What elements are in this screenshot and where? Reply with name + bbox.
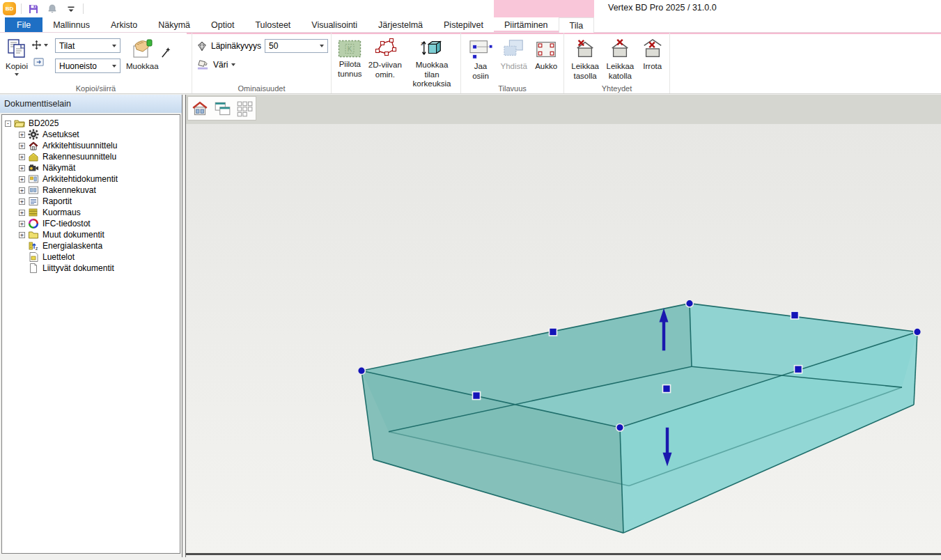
corner-vertex-handle[interactable] xyxy=(914,328,921,336)
tab-piirt-minen[interactable]: Piirtäminen xyxy=(494,17,559,32)
tree-item-energialaskenta[interactable]: Energialaskenta xyxy=(2,240,180,251)
tab-visualisointi[interactable]: Visualisointi xyxy=(301,17,368,32)
edge-midpoint-handle[interactable] xyxy=(550,328,557,336)
expand-icon[interactable]: + xyxy=(19,154,25,160)
tree-item-liittyv-t-dokumentit[interactable]: Liittyvät dokumentit xyxy=(2,263,180,274)
tab-n-kym[interactable]: Näkymä xyxy=(148,17,201,32)
aukko-button[interactable]: Aukko xyxy=(531,36,561,73)
edge-midpoint-handle[interactable] xyxy=(791,311,799,319)
jaa-label: Jaa osiin xyxy=(467,62,495,81)
expand-icon[interactable]: + xyxy=(19,165,25,171)
edge-midpoint-handle[interactable] xyxy=(663,385,671,393)
tree-item-rakennesuunnittelu[interactable]: +Rakennesuunnittelu xyxy=(2,151,180,162)
ribbon-group-yhteydet: Leikkaa tasolla Leikkaa katolla Irrota Y… xyxy=(564,33,670,93)
document-tree[interactable]: -BD2025+Asetukset+Arkkitehtisuunnittelu+… xyxy=(1,114,180,554)
contextual-tab-group-marker xyxy=(559,0,595,17)
tila-volume-scene[interactable] xyxy=(186,95,941,553)
ribbon: Kopioi Tilat Huoneisto xyxy=(0,33,941,94)
yhdista-button[interactable]: Yhdistä xyxy=(498,36,529,73)
edge-midpoint-handle[interactable] xyxy=(473,392,481,400)
piilota-label: Piilota tunnus xyxy=(337,60,363,79)
huoneisto-select[interactable]: Huoneisto xyxy=(55,59,120,73)
folder-icon xyxy=(28,229,39,240)
tree-item-arkkitehtisuunnittelu[interactable]: +Arkkitehtisuunnittelu xyxy=(2,140,180,151)
tab-mallinnus[interactable]: Mallinnus xyxy=(42,17,100,32)
tree-item-label: BD2025 xyxy=(29,118,59,128)
gear-icon xyxy=(28,129,39,140)
tab-optiot[interactable]: Optiot xyxy=(201,17,244,32)
color-icon xyxy=(196,59,210,70)
muokkaa-button[interactable]: Muokkaa xyxy=(125,36,160,73)
siirra-button[interactable] xyxy=(31,39,48,51)
corner-vertex-handle[interactable] xyxy=(686,300,694,307)
tree-item-n-kym-t[interactable]: +Näkymät xyxy=(2,162,180,173)
lapinakyvyys-combo[interactable]: 50 xyxy=(265,39,328,53)
tilat-select-value: Tilat xyxy=(59,41,75,51)
collapse-icon[interactable]: - xyxy=(5,120,11,127)
app-logo[interactable]: BD xyxy=(3,2,16,15)
heights-icon xyxy=(419,38,444,59)
split-icon xyxy=(467,38,495,60)
house-cut-roof-icon xyxy=(607,38,632,60)
2d-viivan-omin-button[interactable]: 2D-viivan omin. xyxy=(367,36,403,81)
lapinakyvyys-value: 50 xyxy=(269,41,278,51)
pick-properties-button[interactable] xyxy=(160,46,171,62)
tab-pistepilvet[interactable]: Pistepilvet xyxy=(433,17,494,32)
jaa-osiin-button[interactable]: Jaa osiin xyxy=(465,36,496,82)
tree-item-raportit[interactable]: +Raportit xyxy=(2,196,180,207)
house-yellow-icon xyxy=(28,151,39,162)
tree-item-bd2025[interactable]: -BD2025 xyxy=(2,118,180,129)
chevron-down-icon xyxy=(15,73,19,76)
piilota-tunnus-button[interactable]: Piilota tunnus xyxy=(336,36,364,80)
tree-item-label: Kuormaus xyxy=(42,208,81,217)
tree-item-muut-dokumentit[interactable]: +Muut dokumentit xyxy=(2,229,180,240)
chevron-down-icon xyxy=(112,65,116,68)
tilat-select[interactable]: Tilat xyxy=(55,38,120,53)
kopioi-button[interactable]: Kopioi xyxy=(4,36,29,77)
model-viewport[interactable] xyxy=(186,95,941,555)
separator xyxy=(83,3,84,14)
tree-item-rakennekuvat[interactable]: +Rakennekuvat xyxy=(2,185,180,196)
leikkaa-tasolla-button[interactable]: Leikkaa tasolla xyxy=(568,36,602,82)
vari-button[interactable]: Väri xyxy=(196,59,328,70)
leikkaa-katolla-button[interactable]: Leikkaa katolla xyxy=(603,36,637,82)
tree-item-luettelot[interactable]: Luettelot xyxy=(2,251,180,263)
tab-tulosteet[interactable]: Tulosteet xyxy=(244,17,301,32)
expand-icon[interactable]: + xyxy=(19,232,25,238)
tree-item-ifc-tiedostot[interactable]: +IFC-tiedostot xyxy=(2,218,180,229)
irrota-button[interactable]: Irrota xyxy=(638,36,667,73)
expand-icon[interactable]: + xyxy=(19,143,25,149)
expand-icon[interactable]: + xyxy=(19,176,25,182)
korkeudet-label: Muokkaa tilan korkeuksia xyxy=(407,61,456,89)
ribbon-group-kopioi-siirra: Kopioi Tilat Huoneisto xyxy=(0,33,192,93)
corner-vertex-handle[interactable] xyxy=(358,367,366,375)
tree-item-label: Muut dokumentit xyxy=(42,230,104,240)
doc-plan-icon xyxy=(28,173,39,185)
tree-item-asetukset[interactable]: +Asetukset xyxy=(2,129,180,140)
expand-icon[interactable]: + xyxy=(19,187,25,194)
customize-quick-access-button[interactable] xyxy=(64,2,78,16)
tab-file[interactable]: File xyxy=(5,17,42,32)
expand-icon[interactable]: + xyxy=(19,221,25,227)
ribbon-group-tila-tools: Piilota tunnus 2D-viivan omin. Muokkaa t… xyxy=(332,33,461,93)
tab-tila[interactable]: Tila xyxy=(559,17,595,33)
tab-arkisto[interactable]: Arkisto xyxy=(100,17,148,32)
notifications-button[interactable] xyxy=(45,2,59,16)
irrota-label: Irrota xyxy=(643,62,662,72)
tree-item-kuormaus[interactable]: +Kuormaus xyxy=(2,207,180,218)
expand-icon[interactable]: + xyxy=(19,210,25,216)
viiva-label: 2D-viivan omin. xyxy=(368,61,402,79)
tree-item-label: Luettelot xyxy=(42,252,75,262)
contextual-tab-group-marker xyxy=(494,0,559,17)
expand-icon[interactable]: + xyxy=(19,132,25,138)
tree-item-arkkitehtidokumentit[interactable]: +Arkkitehtidokumentit xyxy=(2,173,180,185)
edge-midpoint-handle[interactable] xyxy=(795,366,802,373)
save-button[interactable] xyxy=(26,2,40,16)
muokkaa-korkeuksia-button[interactable]: Muokkaa tilan korkeuksia xyxy=(406,36,458,91)
corner-vertex-handle[interactable] xyxy=(616,423,624,431)
group-label: Yhteydet xyxy=(564,84,669,93)
tab-j-rjestelm[interactable]: Järjestelmä xyxy=(368,17,433,32)
siirra-ikkunaan-button[interactable] xyxy=(33,57,46,70)
transparency-icon xyxy=(196,40,208,52)
expand-icon[interactable]: + xyxy=(19,199,25,205)
